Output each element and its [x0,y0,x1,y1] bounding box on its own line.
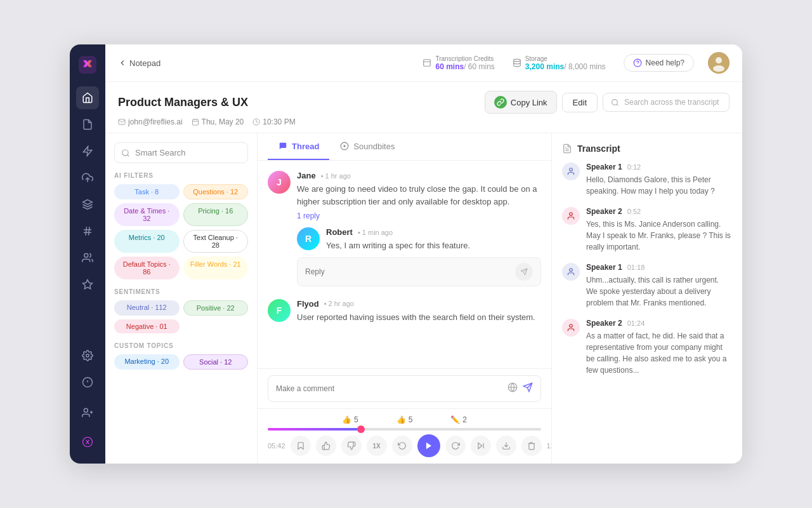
sidebar-item-layers[interactable] [76,193,99,216]
back-button[interactable]: Notepad [118,58,160,68]
transcript-header-4: Speaker 2 01:24 [586,319,732,328]
filter-metrics[interactable]: Metrics · 20 [114,230,180,253]
speaker-2-time: 0:52 [627,208,641,215]
speed-button[interactable]: 1X [367,436,387,456]
reaction-thumbsup-2[interactable]: 👍5 [396,415,413,424]
delete-button[interactable] [521,436,542,456]
need-help-button[interactable]: Need help? [624,54,694,72]
reaction-thumbsup-1[interactable]: 👍5 [342,415,358,424]
svg-line-7 [89,227,90,236]
user-avatar[interactable] [708,52,730,74]
svg-point-24 [716,57,722,64]
svg-marker-43 [426,443,431,450]
sidebar-item-home[interactable] [76,86,99,109]
sentiment-neutral[interactable]: Neutral · 112 [114,300,180,316]
reply-link-jane[interactable]: 1 reply [297,211,320,220]
edit-button[interactable]: Edit [562,93,598,112]
meta-time: 10:30 PM [252,117,295,126]
speaker-icon-2 [562,207,580,225]
svg-line-34 [128,154,129,156]
sidebar-item-info[interactable] [76,371,99,394]
svg-rect-28 [192,119,198,125]
sidebar-item-documents[interactable] [76,113,99,136]
filter-questions[interactable]: Questions · 12 [183,184,249,199]
download-button[interactable] [496,436,516,456]
thumbs-down-button[interactable] [341,436,362,456]
progress-bar[interactable] [268,428,541,431]
message-flyod-header: Flyod • 2 hr ago [297,299,541,309]
transcript-text-1: Hello, Diamonds Galore, this is Peter sp… [586,174,732,197]
sentiment-positive[interactable]: Positive · 22 [183,300,249,316]
custom-topic-social[interactable]: Social · 12 [183,354,249,370]
main-window: Notepad Transcription Credits 60 mins/ 6… [70,44,742,464]
transcript-entry-4: Speaker 2 01:24 As a matter of fact, he … [562,319,732,376]
message-robert-name: Robert [326,227,353,237]
comment-input[interactable] [276,384,508,393]
filter-pricing[interactable]: Pricing · 16 [183,203,249,226]
progress-thumb [357,425,365,433]
svg-rect-18 [424,60,431,67]
forward-button[interactable] [445,436,466,456]
custom-topic-marketing[interactable]: Marketing · 20 [114,354,180,370]
sidebar-item-add-user[interactable] [76,401,99,424]
avatar-robert: R [297,227,320,250]
comment-box [268,375,541,402]
meta-email: john@fireflies.ai [118,117,183,126]
sidebar-item-people[interactable] [76,246,99,269]
storage-value: 3,200 mins/ 8,000 mins [525,62,606,71]
speaker-4-name: Speaker 2 [586,319,622,328]
tab-thread-label: Thread [292,142,319,151]
filter-date-times[interactable]: Date & Times · 32 [114,203,180,226]
search-transcript[interactable]: Search across the transcript [603,93,730,112]
sidebar-item-fireflies[interactable] [76,431,99,453]
speaker-1-time: 0:12 [627,163,641,171]
filter-filler-words[interactable]: Filler Words · 21 [183,257,249,279]
sidebar-item-activity[interactable] [76,140,99,163]
sidebar-item-settings[interactable] [76,344,99,367]
reaction-edit[interactable]: ✏️2 [450,415,467,424]
sidebar-item-favorites[interactable] [76,273,99,296]
custom-topics-title: CUSTOM TOPICS [114,342,248,349]
rewind-button[interactable] [392,436,412,456]
speaker-4-time: 01:24 [627,319,645,327]
speaker-2-name: Speaker 2 [586,207,622,216]
speaker-3-name: Speaker 1 [586,263,622,272]
transcript-text-4: As a matter of fact, he did. He said tha… [586,330,732,376]
copy-link-icon [494,96,507,109]
bookmark-button[interactable] [291,436,311,456]
svg-point-52 [570,324,573,328]
svg-marker-36 [344,145,346,148]
filter-text-cleanup[interactable]: Text Cleanup · 28 [183,230,249,253]
reply-input[interactable] [305,267,515,276]
speaker-icon-4 [562,319,580,337]
transcript-entry-2: Speaker 2 0:52 Yes, this is Ms. Janice A… [562,207,732,253]
notepad-header: Product Managers & UX Copy Link Edit [105,82,742,133]
sidebar-item-hashtag[interactable] [76,220,99,243]
play-pause-button[interactable] [417,434,440,457]
tab-soundbites[interactable]: Soundbites [329,133,405,160]
avatar-jane: J [268,171,291,194]
copy-link-button[interactable]: Copy Link [485,91,557,114]
reply-send-button[interactable] [515,263,533,281]
svg-point-14 [84,408,88,412]
filter-default-topics[interactable]: Default Topics · 86 [114,257,180,279]
meta-date: Thu, May 20 [192,117,244,126]
sentiment-negative[interactable]: Negative · 01 [114,319,180,333]
skip-forward-button[interactable] [471,436,491,456]
progress-fill [268,428,361,431]
message-jane-name: Jane [297,171,316,180]
send-comment-button[interactable] [523,382,533,395]
filter-task[interactable]: Task · 8 [114,184,180,199]
smart-search[interactable]: Smart Search [114,142,248,163]
tab-thread[interactable]: Thread [268,133,329,160]
thumbs-up-button[interactable] [316,436,336,456]
speaker-3-time: 01:18 [627,264,645,271]
sidebar-item-upload[interactable] [76,166,99,189]
notepad-title: Product Managers & UX [118,96,485,109]
message-flyod-body: Flyod • 2 hr ago User reported having is… [297,299,541,324]
app-logo[interactable] [77,55,98,75]
content-area: Notepad Transcription Credits 60 mins/ 6… [105,44,742,464]
transcript-content-2: Speaker 2 0:52 Yes, this is Ms. Janice A… [586,207,732,253]
avatar-flyod: F [268,299,291,322]
globe-icon[interactable] [508,382,518,395]
